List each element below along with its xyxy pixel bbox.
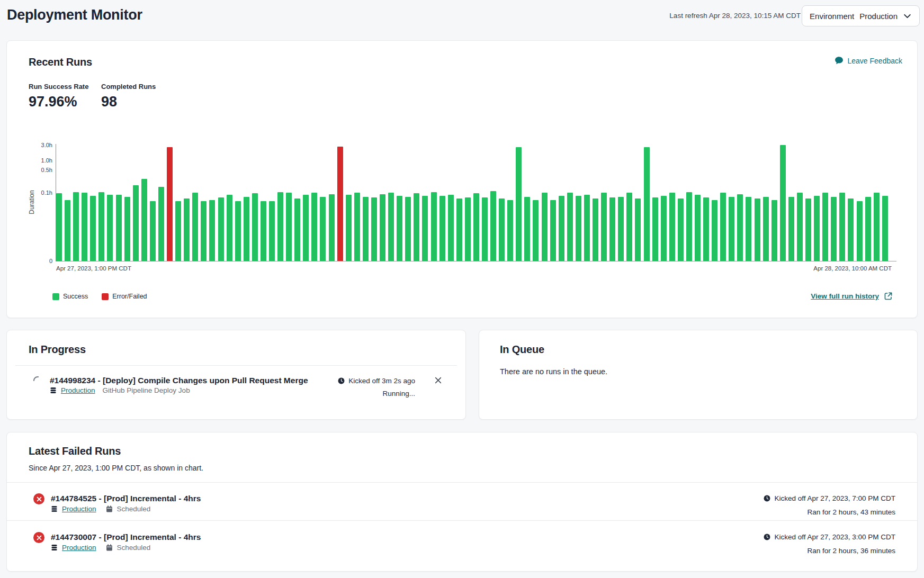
run-bar[interactable] [73, 192, 79, 261]
run-bar[interactable] [133, 185, 139, 261]
run-bar[interactable] [286, 193, 292, 261]
run-bar[interactable] [559, 196, 564, 261]
run-bar[interactable] [482, 197, 488, 261]
run-bar[interactable] [150, 201, 156, 261]
run-bar[interactable] [601, 193, 607, 261]
run-bar[interactable] [780, 145, 786, 261]
run-bar[interactable] [772, 200, 777, 261]
run-bar[interactable] [431, 192, 437, 261]
run-bar[interactable] [882, 196, 888, 261]
run-bar[interactable] [227, 195, 232, 261]
run-bar[interactable] [56, 193, 62, 261]
run-bar[interactable] [473, 193, 479, 261]
environment-link[interactable]: Production [62, 505, 96, 513]
leave-feedback-link[interactable]: Leave Feedback [835, 56, 902, 65]
run-bar[interactable] [371, 197, 377, 261]
run-bar[interactable] [209, 200, 215, 261]
in-progress-run-title[interactable]: #144998234 - [Deploy] Compile Changes up… [50, 376, 308, 385]
run-bar[interactable] [82, 193, 87, 261]
run-bar[interactable] [303, 195, 309, 261]
run-bar[interactable] [439, 196, 445, 261]
run-bar[interactable] [635, 198, 641, 261]
run-bar[interactable] [388, 193, 394, 261]
failed-run-title[interactable]: #144730007 - [Prod] Incremental - 4hrs [51, 532, 201, 542]
run-bar[interactable] [294, 198, 300, 261]
run-bar[interactable] [550, 200, 556, 261]
run-bar[interactable] [175, 201, 181, 261]
run-bar[interactable] [363, 197, 369, 261]
run-bar[interactable] [311, 193, 317, 261]
run-bar[interactable] [261, 201, 266, 261]
run-bar[interactable] [567, 193, 573, 261]
run-bar[interactable] [252, 193, 258, 261]
run-bar[interactable] [848, 198, 854, 261]
run-bar[interactable] [141, 179, 147, 261]
run-bar[interactable] [124, 197, 130, 261]
run-bar[interactable] [618, 197, 624, 261]
run-bar[interactable] [822, 193, 828, 261]
run-bar[interactable] [584, 195, 590, 261]
run-bar[interactable] [218, 197, 224, 261]
run-bar[interactable] [269, 201, 275, 261]
run-bar[interactable] [524, 197, 530, 261]
run-bar[interactable] [244, 197, 249, 261]
run-bar[interactable] [507, 200, 513, 261]
run-bar[interactable] [626, 193, 632, 261]
run-bar[interactable] [755, 198, 760, 261]
run-bar[interactable] [865, 197, 871, 261]
run-bar[interactable] [456, 198, 462, 261]
run-bar[interactable] [116, 195, 122, 261]
run-bar[interactable] [763, 197, 769, 261]
run-bar[interactable] [788, 197, 794, 261]
run-bar[interactable] [465, 197, 471, 261]
run-bar[interactable] [380, 194, 385, 261]
run-bar[interactable] [874, 193, 880, 261]
run-bar[interactable] [192, 193, 198, 261]
run-bar[interactable] [184, 198, 190, 261]
run-bar[interactable] [346, 195, 352, 261]
run-bar[interactable] [98, 192, 104, 261]
run-bar[interactable] [695, 195, 701, 261]
run-bar[interactable] [576, 196, 581, 261]
run-bar[interactable] [737, 194, 743, 261]
run-bar[interactable] [678, 198, 684, 261]
run-bar[interactable] [644, 147, 650, 261]
run-bar[interactable] [201, 201, 207, 261]
run-bar[interactable] [857, 201, 863, 261]
run-bar[interactable] [814, 196, 820, 261]
run-bar[interactable] [703, 197, 709, 261]
run-bar[interactable] [533, 200, 539, 261]
run-bar[interactable] [337, 147, 343, 261]
failed-run-title[interactable]: #144784525 - [Prod] Incremental - 4hrs [51, 494, 201, 503]
run-bar[interactable] [720, 193, 726, 261]
run-bar[interactable] [746, 197, 751, 261]
run-bar[interactable] [490, 191, 496, 261]
run-bar[interactable] [354, 193, 360, 261]
run-bar[interactable] [414, 193, 419, 261]
run-bar[interactable] [90, 196, 96, 261]
environment-link[interactable]: Production [62, 544, 96, 552]
run-bar[interactable] [158, 187, 164, 261]
run-bar[interactable] [167, 147, 173, 261]
run-bar[interactable] [609, 197, 615, 261]
run-bar[interactable] [448, 195, 454, 261]
run-bar[interactable] [669, 193, 675, 261]
run-bar[interactable] [107, 195, 113, 261]
run-bar[interactable] [831, 197, 837, 261]
run-bar[interactable] [277, 192, 283, 261]
run-bar[interactable] [729, 197, 734, 261]
run-bar[interactable] [320, 197, 326, 261]
run-bar[interactable] [593, 198, 598, 261]
run-bar[interactable] [839, 193, 845, 261]
run-bar[interactable] [329, 194, 335, 261]
run-bar[interactable] [397, 196, 402, 261]
run-bar[interactable] [235, 201, 241, 261]
environment-dropdown[interactable]: Environment Production [802, 5, 920, 26]
close-icon[interactable] [434, 376, 443, 385]
run-bar[interactable] [405, 197, 411, 261]
run-bar[interactable] [65, 200, 70, 261]
environment-link[interactable]: Production [61, 386, 95, 394]
run-bar[interactable] [686, 192, 692, 261]
run-bar[interactable] [516, 147, 522, 261]
run-bar[interactable] [499, 198, 505, 261]
